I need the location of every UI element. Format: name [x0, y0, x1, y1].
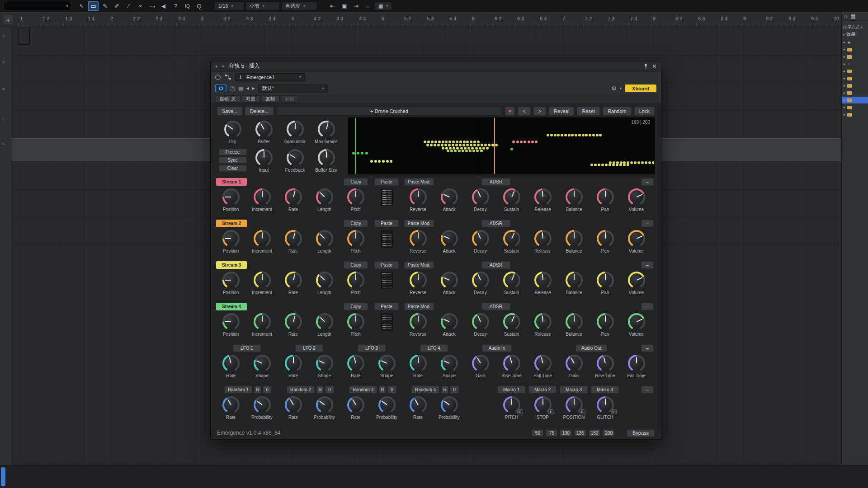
- browser-item[interactable]: ▸: [842, 104, 868, 111]
- stream-3-decay-knob[interactable]: [472, 272, 489, 289]
- stream-4-release-knob[interactable]: [534, 313, 552, 330]
- browser-item[interactable]: ▸: [842, 53, 868, 60]
- stream-3-collapse-button[interactable]: –: [641, 261, 654, 269]
- stream-1-adsr-button[interactable]: ADSR: [481, 178, 510, 186]
- knob-view-icon[interactable]: [215, 75, 221, 80]
- macro-1-button[interactable]: Macro 1: [497, 386, 525, 394]
- expand-caret-icon[interactable]: ▸: [844, 91, 845, 95]
- collapse-chevron-icon[interactable]: ▾: [215, 64, 217, 69]
- ui-scale-50-button[interactable]: 50: [532, 429, 543, 436]
- reveal-button[interactable]: Reveal: [549, 107, 574, 116]
- lfo-4-rate-knob[interactable]: [410, 355, 427, 372]
- arrow-tool[interactable]: ↖: [76, 1, 87, 11]
- delete-button[interactable]: Delete...: [245, 107, 274, 116]
- grid-select[interactable]: ▦ ▾: [374, 2, 392, 10]
- lfo-3-button[interactable]: LFO 3: [358, 344, 386, 352]
- random-button[interactable]: Random: [603, 107, 632, 116]
- macro-4-button[interactable]: Macro 4: [591, 386, 619, 394]
- random-3-zero-toggle[interactable]: 0: [387, 386, 396, 394]
- lfo-2-rate-knob[interactable]: [285, 355, 302, 372]
- default-preset-selector[interactable]: 默认* ▾: [258, 84, 328, 93]
- audio-in-button[interactable]: Audio In: [482, 344, 512, 352]
- scrollbar-thumb[interactable]: [1, 467, 5, 486]
- stream-3-badge[interactable]: Stream 3: [216, 261, 247, 269]
- lfo-3-shape-knob[interactable]: [378, 355, 396, 372]
- stream-2-attack-knob[interactable]: [441, 230, 458, 247]
- ui-scale-150-button[interactable]: 150: [589, 429, 601, 436]
- random-4-probability-knob[interactable]: [441, 396, 458, 413]
- freeze-button[interactable]: Freeze: [219, 149, 247, 155]
- close-icon[interactable]: ×: [652, 63, 656, 70]
- home-icon[interactable]: ⌂: [844, 13, 847, 19]
- random-3-rate-knob[interactable]: [347, 396, 364, 413]
- stream-3-attack-knob[interactable]: [441, 272, 458, 289]
- stream-1-increment-knob[interactable]: [254, 188, 271, 206]
- stream-1-decay-knob[interactable]: [472, 188, 489, 206]
- random-4-retrigger-toggle[interactable]: R: [441, 386, 448, 394]
- ui-scale-75-button[interactable]: 75: [546, 429, 557, 436]
- expand-caret-icon[interactable]: ▸: [844, 62, 845, 66]
- browser-item[interactable]: ▸: [842, 68, 868, 75]
- effects-header[interactable]: ▸ 效果: [842, 31, 868, 38]
- stream-2-increment-knob[interactable]: [254, 230, 271, 247]
- stream-2-decay-knob[interactable]: [472, 230, 489, 247]
- stream-4-rate-knob[interactable]: [285, 313, 302, 330]
- lfo-4-shape-knob[interactable]: [441, 355, 458, 372]
- listen-tool[interactable]: ◀): [159, 1, 169, 11]
- lfo-2-button[interactable]: LFO 2: [295, 344, 323, 352]
- bend-tool[interactable]: ↝: [147, 1, 157, 11]
- stream-3-rate-knob[interactable]: [285, 272, 302, 289]
- grid-view-icon[interactable]: ▦: [850, 13, 855, 19]
- master-granulator-knob[interactable]: [287, 121, 304, 138]
- stream-3-volume-knob[interactable]: [628, 272, 645, 289]
- timeline-ruler[interactable]: + 11.21.31.422.22.32.433.23.33.444.24.34…: [0, 12, 868, 27]
- sort-mode-select[interactable]: 排序方式 ▾: [842, 23, 868, 31]
- master-buffer-knob[interactable]: [255, 121, 273, 138]
- stream-3-copy-button[interactable]: Copy: [344, 261, 368, 269]
- snap-relative-icon[interactable]: ↔: [363, 1, 373, 11]
- master-feedback-knob[interactable]: [287, 149, 304, 166]
- stream-2-release-knob[interactable]: [534, 230, 552, 247]
- stream-2-volume-knob[interactable]: [628, 230, 645, 247]
- audio-in-rise-time-knob[interactable]: [503, 355, 520, 372]
- stream-1-position-knob[interactable]: [222, 188, 240, 206]
- sync-button[interactable]: Sync: [219, 157, 247, 164]
- stream-4-grain-shape-editor[interactable]: [381, 314, 393, 331]
- stream-2-pan-knob[interactable]: [597, 230, 614, 247]
- stream-2-paste-mod-button[interactable]: Paste Mod.: [404, 220, 434, 227]
- expand-caret-icon[interactable]: ▸: [844, 113, 845, 117]
- expand-caret-icon[interactable]: ▸: [844, 55, 845, 59]
- lfo-1-shape-knob[interactable]: [254, 355, 271, 372]
- random-2-zero-toggle[interactable]: 0: [325, 386, 334, 394]
- power-button[interactable]: [215, 84, 226, 92]
- lock-button[interactable]: Lock: [634, 107, 655, 116]
- macro-3-position-knob[interactable]: E: [566, 396, 583, 413]
- browser-item[interactable]: ▸: [842, 89, 868, 96]
- stream-4-reverse-knob[interactable]: [410, 313, 427, 330]
- stream-2-paste-button[interactable]: Paste: [374, 220, 399, 227]
- stream-1-rate-knob[interactable]: [285, 188, 302, 206]
- audio-in-gain-knob[interactable]: [472, 355, 489, 372]
- audio-out-gain-knob[interactable]: [566, 355, 583, 372]
- random-2-rate-knob[interactable]: [285, 396, 302, 413]
- stream-1-balance-knob[interactable]: [566, 188, 583, 206]
- prev-preset-icon[interactable]: ◀: [246, 86, 249, 90]
- audio-out-rise-time-knob[interactable]: [597, 355, 614, 372]
- input-quantize-icon[interactable]: IQ: [182, 1, 193, 11]
- random-3-retrigger-toggle[interactable]: R: [379, 386, 386, 394]
- save-button[interactable]: Save...: [217, 107, 242, 116]
- stream-2-collapse-button[interactable]: –: [641, 220, 654, 227]
- random-2-probability-knob[interactable]: [316, 396, 333, 413]
- macro-view-icon[interactable]: [230, 86, 235, 91]
- stream-4-volume-knob[interactable]: [628, 313, 645, 330]
- stream-4-copy-button[interactable]: Copy: [344, 303, 368, 310]
- lfo-1-rate-knob[interactable]: [222, 355, 240, 372]
- stream-1-grain-shape-editor[interactable]: [381, 189, 393, 206]
- stream-3-pitch-knob[interactable]: [347, 272, 364, 289]
- stream-4-position-knob[interactable]: [222, 313, 240, 330]
- stream-4-pan-knob[interactable]: [597, 313, 614, 330]
- random-3-probability-knob[interactable]: [378, 396, 396, 413]
- arrange-preset-selector[interactable]: ▾: [4, 2, 71, 10]
- random-4-zero-toggle[interactable]: 0: [450, 386, 459, 394]
- stream-3-paste-button[interactable]: Paste: [374, 261, 399, 269]
